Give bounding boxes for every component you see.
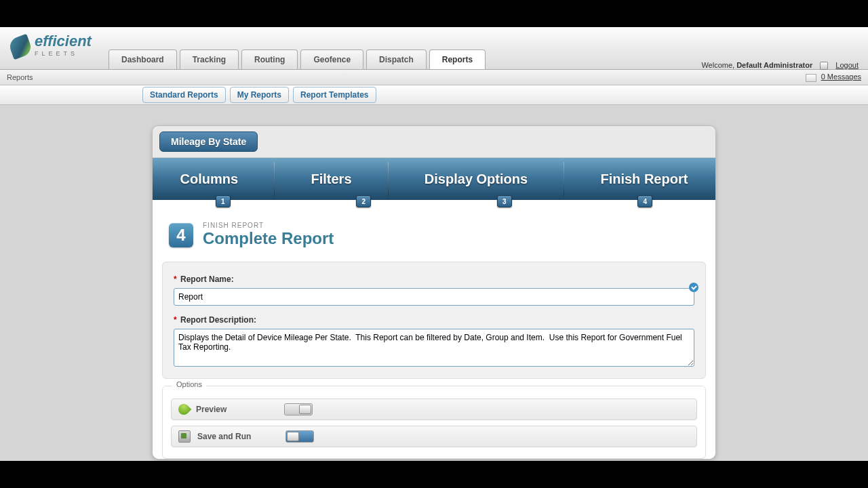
main-nav-tabs: Dashboard Tracking Routing Geofence Disp…: [108, 49, 488, 69]
header-user-area: Welcome, Default Administrator Logout: [701, 61, 859, 70]
subtab-standard-reports[interactable]: Standard Reports: [142, 87, 226, 103]
options-panel: Options Preview Save and Run: [162, 386, 706, 459]
options-legend: Options: [172, 380, 206, 388]
brand-logo: efficient FLEETS: [10, 34, 92, 61]
wizard-nav: Columns Filters Display Options Finish R…: [153, 158, 715, 200]
card-header: Mileage By State: [153, 126, 715, 158]
option-save-and-run-row[interactable]: Save and Run: [171, 426, 697, 447]
logout-link[interactable]: Logout: [835, 61, 859, 69]
tab-dashboard[interactable]: Dashboard: [108, 49, 177, 69]
wizard-step-columns[interactable]: Columns: [161, 171, 258, 187]
messages-link[interactable]: 0 Messages: [821, 73, 861, 81]
wizard-num-1: 1: [216, 195, 231, 207]
app-frame: efficient FLEETS Dashboard Tracking Rout…: [0, 27, 868, 461]
report-wizard-card: Mileage By State Columns Filters Display…: [152, 125, 716, 460]
report-description-textarea[interactable]: Displays the Detail of Device Mileage Pe…: [174, 329, 694, 367]
content-area: Mileage By State Columns Filters Display…: [0, 105, 868, 460]
wizard-step-display-options[interactable]: Display Options: [406, 171, 547, 187]
option-save-and-run-label: Save and Run: [197, 432, 279, 441]
tab-tracking[interactable]: Tracking: [180, 49, 239, 69]
required-asterisk-icon: *: [174, 315, 177, 325]
step-kicker: FINISH REPORT: [203, 222, 334, 229]
option-preview-toggle[interactable]: [284, 403, 313, 415]
tab-reports[interactable]: Reports: [429, 49, 486, 69]
wizard-num-4: 4: [637, 195, 652, 207]
wizard-num-3: 3: [497, 195, 512, 207]
step-number-badge: 4: [169, 223, 193, 247]
finish-form-panel: * Report Name: * Report Description: Dis…: [162, 262, 706, 379]
report-name-input-wrap: [174, 288, 694, 306]
wizard-step-numbers: 1 2 3 4: [153, 195, 715, 207]
breadcrumb: Reports: [7, 73, 33, 81]
valid-check-icon: [689, 283, 698, 292]
logo-icon: [10, 34, 32, 61]
option-preview-row[interactable]: Preview: [171, 399, 697, 420]
required-asterisk-icon: *: [174, 274, 177, 284]
wizard-num-2: 2: [356, 195, 371, 207]
breadcrumb-bar: Reports 0 Messages: [0, 70, 868, 85]
tab-routing[interactable]: Routing: [241, 49, 298, 69]
report-name-label: * Report Name:: [174, 274, 694, 284]
subtab-report-templates[interactable]: Report Templates: [293, 87, 376, 103]
welcome-prefix: Welcome,: [701, 61, 734, 69]
preview-arrow-icon: [176, 402, 192, 418]
tab-dispatch[interactable]: Dispatch: [366, 49, 427, 69]
subtab-my-reports[interactable]: My Reports: [230, 87, 289, 103]
wizard-step-finish-report[interactable]: Finish Report: [581, 171, 707, 187]
wizard-step-filters[interactable]: Filters: [292, 171, 370, 187]
option-preview-label: Preview: [196, 405, 277, 414]
messages-area[interactable]: 0 Messages: [806, 73, 861, 81]
tab-geofence[interactable]: Geofence: [300, 49, 363, 69]
report-title-pill: Mileage By State: [159, 131, 258, 152]
current-user: Default Administrator: [736, 61, 812, 69]
report-description-input-wrap: Displays the Detail of Device Mileage Pe…: [174, 329, 694, 369]
envelope-icon: [806, 74, 816, 82]
report-name-input[interactable]: [174, 288, 694, 306]
save-disk-icon: [178, 430, 191, 443]
logout-icon: [820, 62, 828, 70]
step-heading: 4 FINISH REPORT Complete Report: [153, 212, 715, 255]
report-subtabs: Standard Reports My Reports Report Templ…: [0, 85, 868, 105]
main-header: efficient FLEETS Dashboard Tracking Rout…: [0, 27, 868, 70]
report-description-label: * Report Description:: [174, 315, 694, 325]
step-title: Complete Report: [203, 229, 334, 248]
option-save-and-run-toggle[interactable]: [285, 430, 314, 443]
